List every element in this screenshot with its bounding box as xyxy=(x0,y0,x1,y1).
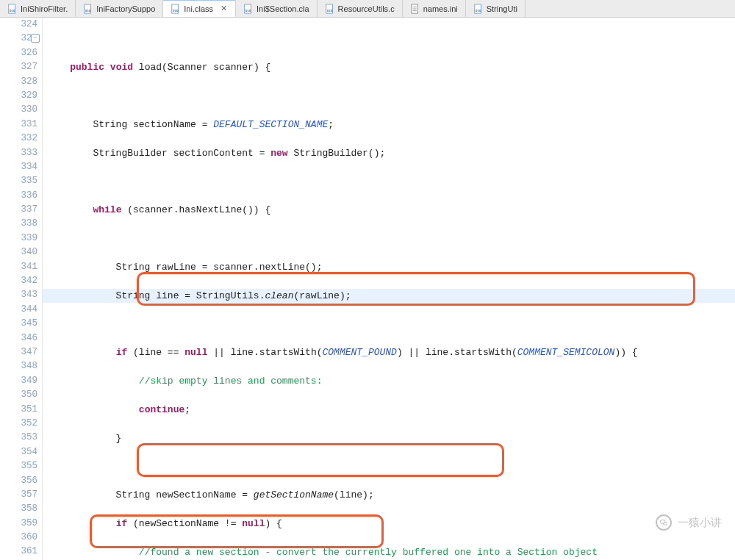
line-number: 353 xyxy=(0,431,37,445)
line-number: 329 xyxy=(0,89,37,103)
line-number: 347 xyxy=(0,345,37,359)
line-number: 334 xyxy=(0,160,37,174)
code-line[interactable]: String newSectionName = getSectionName(l… xyxy=(47,488,735,502)
editor-tab-label: names.ini xyxy=(423,4,458,13)
editor-tab-label: IniShiroFilter. xyxy=(21,4,68,13)
line-number: 324 xyxy=(0,18,37,32)
line-number: 335 xyxy=(0,174,37,188)
line-number: 355 xyxy=(0,459,37,473)
line-number: 338 xyxy=(0,217,37,231)
line-number: 358 xyxy=(0,502,37,516)
code-line[interactable]: StringBuilder sectionContent = new Strin… xyxy=(47,146,735,160)
svg-text:010: 010 xyxy=(173,8,179,12)
line-number: 349 xyxy=(0,374,37,388)
editor-tab[interactable]: 010IniFactorySuppo xyxy=(76,0,163,17)
code-line[interactable]: while (scanner.hasNextLine()) { xyxy=(47,203,735,217)
code-line[interactable] xyxy=(47,32,735,46)
line-number: 339 xyxy=(0,231,37,245)
editor-tab-label: Ini.class xyxy=(184,4,213,13)
code-line[interactable]: //found a new section - convert the curr… xyxy=(47,545,735,559)
line-number: 352 xyxy=(0,417,37,431)
line-number: 332 xyxy=(0,132,37,146)
fold-toggle-icon[interactable]: − xyxy=(31,34,40,43)
svg-text:010: 010 xyxy=(476,8,481,12)
code-line[interactable] xyxy=(47,89,735,103)
line-number: 350 xyxy=(0,388,37,402)
line-number: 354 xyxy=(0,445,37,459)
editor-tab[interactable]: 010Ini.class✕ xyxy=(163,0,236,17)
line-number: 327 xyxy=(0,60,37,74)
line-number: 345 xyxy=(0,317,37,331)
line-number-gutter: 3243253263273283293303313323333343353363… xyxy=(0,18,43,560)
editor-tab[interactable]: 010StringUti xyxy=(466,0,526,17)
line-number: 343 xyxy=(0,288,37,302)
java-file-icon: 010 xyxy=(83,4,93,14)
svg-text:010: 010 xyxy=(327,8,333,12)
code-line[interactable] xyxy=(47,174,735,188)
line-number: 357 xyxy=(0,488,37,502)
code-line[interactable]: if (line == null || line.startsWith(COMM… xyxy=(47,345,735,359)
code-line[interactable]: String line = StringUtils.clean(rawLine)… xyxy=(47,289,735,303)
line-number: 326 xyxy=(0,46,37,60)
code-line[interactable]: continue; xyxy=(47,403,735,417)
code-line[interactable]: String sectionName = DEFAULT_SECTION_NAM… xyxy=(47,118,735,132)
line-number: 333 xyxy=(0,146,37,160)
line-number: 360 xyxy=(0,531,37,545)
svg-text:010: 010 xyxy=(85,8,91,12)
editor-tab-label: IniFactorySuppo xyxy=(96,4,155,13)
class-file-icon: 010 xyxy=(325,4,335,14)
svg-text:010: 010 xyxy=(10,8,15,12)
line-number: 341 xyxy=(0,260,37,274)
editor-tab-label: Ini$Section.cla xyxy=(257,4,309,13)
line-number: 328 xyxy=(0,75,37,89)
editor-tab-label: ResourceUtils.c xyxy=(338,4,395,13)
editor-tab[interactable]: 010Ini$Section.cla xyxy=(236,0,318,17)
java-file-icon: 010 xyxy=(7,4,18,14)
code-line[interactable]: String rawLine = scanner.nextLine(); xyxy=(47,260,735,274)
line-number: 344 xyxy=(0,303,37,317)
close-icon[interactable]: ✕ xyxy=(219,4,228,13)
line-number: 340 xyxy=(0,245,37,259)
editor-tab[interactable]: 010ResourceUtils.c xyxy=(318,0,403,17)
line-number: 342 xyxy=(0,274,37,288)
code-line[interactable]: //skip empty lines and comments: xyxy=(47,374,735,388)
code-line[interactable] xyxy=(47,317,735,331)
line-number: 331 xyxy=(0,118,37,132)
line-number: 336 xyxy=(0,189,37,203)
text-file-icon xyxy=(410,4,420,14)
line-number: 356 xyxy=(0,474,37,488)
editor-tab[interactable]: 010IniShiroFilter. xyxy=(0,0,76,17)
code-line[interactable]: public void load(Scanner scanner) { xyxy=(47,60,735,74)
code-line[interactable] xyxy=(47,231,735,245)
code-line[interactable] xyxy=(47,459,735,473)
line-number: 330 xyxy=(0,103,37,117)
code-line[interactable]: } xyxy=(47,431,735,445)
code-line[interactable]: if (newSectionName != null) { xyxy=(47,517,735,531)
line-number: 361 xyxy=(0,545,37,559)
editor-tab-bar: 010IniShiroFilter.010IniFactorySuppo010I… xyxy=(0,0,735,18)
class-file-icon: 010 xyxy=(243,4,254,14)
line-number: 337 xyxy=(0,203,37,217)
svg-text:010: 010 xyxy=(245,8,251,12)
line-number: 351 xyxy=(0,403,37,417)
editor-tab[interactable]: names.ini xyxy=(403,0,466,17)
line-number: 346 xyxy=(0,331,37,345)
line-number: 348 xyxy=(0,359,37,373)
class-file-icon: 010 xyxy=(473,4,484,14)
line-number: 359 xyxy=(0,517,37,531)
editor-tab-label: StringUti xyxy=(487,4,517,13)
class-file-icon: 010 xyxy=(171,4,181,14)
code-area[interactable]: public void load(Scanner scanner) { Stri… xyxy=(43,18,735,560)
code-editor[interactable]: 3243253263273283293303313323333343353363… xyxy=(0,18,735,560)
